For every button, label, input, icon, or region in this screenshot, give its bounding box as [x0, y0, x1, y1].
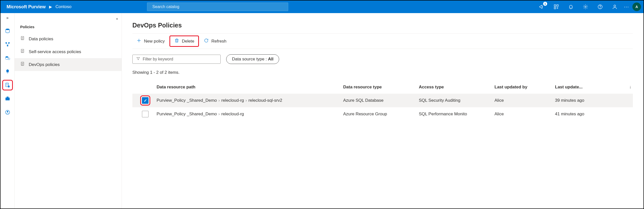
trash-icon — [174, 38, 179, 44]
app-header: Microsoft Purview ▶ Contoso 1 ⋯ A — [1, 1, 643, 13]
cell-access: SQL Performance Monito — [419, 112, 494, 117]
svg-point-20 — [7, 111, 8, 113]
notification-badge: 1 — [543, 2, 547, 6]
diagnostics-icon[interactable] — [553, 3, 560, 10]
document-icon — [20, 36, 25, 42]
nav-rail: » — [1, 13, 15, 208]
delete-button[interactable]: Delete — [170, 36, 198, 46]
row-checkbox[interactable] — [142, 111, 149, 117]
sidepanel-item-selfservice[interactable]: Self-service access policies — [15, 45, 122, 58]
sidepanel-item-label: Self-service access policies — [29, 49, 81, 54]
main-content: DevOps Policies New policy Delete Refres… — [122, 13, 643, 208]
policies-table: Data resource path Data resource type Ac… — [132, 81, 633, 121]
svg-point-7 — [600, 8, 600, 8]
breadcrumb: Microsoft Purview ▶ Contoso — [7, 4, 71, 10]
cell-access: SQL Security Auditing — [419, 98, 494, 103]
header-actions: 1 — [538, 3, 618, 10]
more-menu[interactable]: ⋯ — [622, 4, 631, 10]
breadcrumb-account[interactable]: Contoso — [55, 4, 71, 9]
row-checkbox[interactable] — [142, 97, 149, 104]
chevron-right-icon: › — [217, 98, 221, 103]
svg-rect-18 — [7, 97, 8, 98]
svg-point-5 — [585, 6, 586, 8]
rail-insights[interactable] — [4, 67, 12, 76]
sidepanel: « Policies Data policies Self-service ac… — [15, 13, 122, 208]
filter-keyword[interactable]: Filter by keyword — [132, 55, 221, 64]
rail-management[interactable] — [4, 95, 12, 103]
path-segment: Purview_Policy _Shared_Demo — [157, 98, 217, 103]
table-header: Data resource path Data resource type Ac… — [132, 81, 633, 94]
col-header-updated-at[interactable]: Last update... — [555, 85, 621, 90]
path-segment: Purview_Policy _Shared_Demo — [157, 112, 217, 116]
svg-rect-4 — [554, 7, 556, 9]
search-box[interactable] — [147, 3, 288, 11]
brand-title[interactable]: Microsoft Purview — [7, 4, 46, 10]
avatar[interactable]: A — [632, 3, 641, 11]
search-input[interactable] — [152, 5, 285, 9]
cell-path: Purview_Policy _Shared_Demo›relecloud-rg… — [157, 98, 343, 103]
svg-point-12 — [7, 45, 8, 47]
filter-datasource-type[interactable]: Data source type : All — [226, 54, 279, 64]
new-policy-button[interactable]: New policy — [132, 36, 169, 46]
sidepanel-collapse[interactable]: « — [15, 16, 122, 22]
feedback-icon[interactable] — [611, 3, 618, 10]
filter-bar: Filter by keyword Data source type : All — [132, 49, 633, 66]
chevron-right-icon: ▶ — [49, 5, 52, 9]
button-label: Refresh — [211, 39, 226, 44]
button-label: Delete — [182, 39, 194, 44]
cell-updated-by: Alice — [494, 112, 555, 117]
toolbar: New policy Delete Refresh — [132, 33, 633, 49]
sidepanel-item-devops[interactable]: DevOps policies — [15, 58, 122, 71]
rail-policies[interactable] — [4, 81, 12, 89]
table-row[interactable]: Purview_Policy _Shared_Demo›relecloud-rg… — [132, 94, 633, 107]
svg-rect-3 — [557, 5, 558, 6]
rail-data-estate[interactable] — [4, 54, 12, 62]
notifications-icon[interactable] — [567, 3, 574, 10]
document-icon — [20, 49, 25, 55]
svg-point-13 — [5, 56, 8, 58]
page-title: DevOps Policies — [132, 22, 633, 29]
refresh-button[interactable]: Refresh — [200, 36, 230, 46]
filter-icon — [136, 57, 140, 62]
filter-placeholder: Filter by keyword — [143, 57, 173, 61]
cell-path: Purview_Policy _Shared_Demo›relecloud-rg — [157, 112, 343, 117]
col-header-path[interactable]: Data resource path — [157, 85, 343, 90]
col-header-updated-by[interactable]: Last updated by — [494, 85, 555, 90]
cell-type: Azure SQL Database — [343, 98, 419, 103]
sidepanel-title: Policies — [15, 22, 122, 32]
cell-type: Azure Resource Group — [343, 112, 419, 117]
pill-label: Data source type : — [232, 57, 268, 61]
refresh-icon — [204, 38, 209, 44]
col-header-type[interactable]: Data resource type — [343, 85, 419, 90]
announcements-icon[interactable]: 1 — [538, 3, 545, 10]
chevron-right-icon: › — [244, 98, 249, 103]
col-header-access[interactable]: Access type — [419, 85, 494, 90]
path-segment: relecloud-rg — [221, 112, 244, 116]
cell-updated-at: 39 minutes ago — [555, 98, 621, 103]
rail-privacy[interactable] — [4, 108, 12, 116]
settings-icon[interactable] — [582, 3, 589, 10]
chevron-right-icon: › — [217, 112, 221, 116]
rail-data-sources[interactable] — [4, 27, 12, 35]
cell-updated-by: Alice — [494, 98, 555, 103]
svg-point-9 — [6, 29, 9, 30]
result-count: Showing 1 - 2 of 2 items. — [132, 66, 633, 81]
plus-icon — [136, 38, 141, 44]
document-icon — [20, 61, 25, 68]
svg-point-8 — [614, 5, 616, 7]
sidepanel-item-label: DevOps policies — [29, 62, 60, 67]
svg-rect-2 — [554, 5, 556, 6]
path-segment: relecloud-sql-srv2 — [248, 98, 282, 103]
svg-rect-17 — [5, 97, 10, 100]
path-segment: relecloud-rg — [221, 98, 244, 103]
sidepanel-item-data-policies[interactable]: Data policies — [15, 32, 122, 45]
button-label: New policy — [144, 39, 165, 44]
rail-expand[interactable]: » — [6, 16, 9, 20]
pill-value: All — [268, 57, 274, 61]
table-row[interactable]: Purview_Policy _Shared_Demo›relecloud-rg… — [132, 107, 633, 121]
rail-data-map[interactable] — [4, 40, 12, 48]
help-icon[interactable] — [597, 3, 604, 10]
cell-updated-at: 41 minutes ago — [555, 112, 621, 117]
sidepanel-item-label: Data policies — [29, 37, 53, 42]
sort-indicator-icon[interactable]: ↓ — [621, 85, 631, 90]
